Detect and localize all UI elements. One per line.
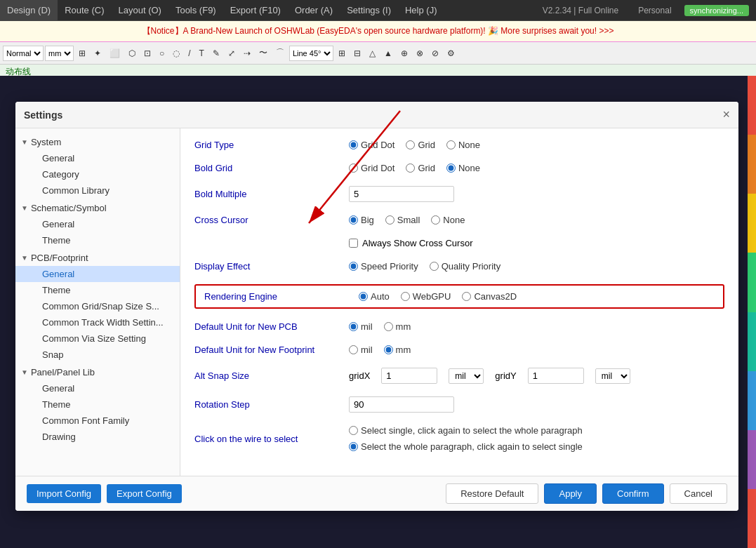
- rendering-webgpu-radio[interactable]: [401, 292, 410, 301]
- sidebar-item-pcb-snap[interactable]: Snap: [15, 347, 180, 363]
- cross-cursor-none-option[interactable]: None: [431, 215, 465, 225]
- toolbar-icon-12[interactable]: ⇢: [240, 47, 254, 60]
- grid-type-dot-radio[interactable]: [349, 140, 358, 149]
- toolbar-icon-22[interactable]: ⚙: [444, 47, 458, 60]
- rotation-step-input[interactable]: [349, 396, 454, 413]
- click-wire-whole-option[interactable]: Select the whole paragraph, click again …: [349, 441, 583, 452]
- tree-group-pcb-header[interactable]: ▼ PCB/Footprint: [15, 250, 180, 266]
- toolbar-icon-7[interactable]: ◌: [169, 47, 183, 60]
- default-unit-pcb-mil-option[interactable]: mil: [349, 321, 373, 332]
- toolbar-icon-9[interactable]: T: [196, 47, 208, 60]
- rendering-webgpu-option[interactable]: WebGPU: [401, 291, 451, 302]
- sidebar-item-panel-font[interactable]: Common Font Family: [15, 413, 180, 429]
- toolbar-icon-13[interactable]: 〜: [256, 46, 271, 60]
- display-effect-quality-option[interactable]: Quality Priority: [430, 261, 501, 272]
- bold-grid-grid-option[interactable]: Grid: [406, 163, 435, 173]
- gridx-unit-select[interactable]: mil mm: [449, 368, 484, 384]
- notice-bar[interactable]: 【Notice】A Brand-New Launch of OSHWLab (E…: [0, 21, 756, 42]
- grid-type-grid-option[interactable]: Grid: [406, 140, 435, 150]
- gridx-input[interactable]: [381, 368, 437, 384]
- toolbar-icon-3[interactable]: ⬜: [106, 47, 124, 60]
- click-wire-whole-radio[interactable]: [349, 442, 358, 451]
- rendering-auto-radio[interactable]: [359, 292, 368, 301]
- sidebar-item-pcb-common-track[interactable]: Common Track Width Settin...: [15, 314, 180, 330]
- sync-button[interactable]: synchronizing...: [684, 5, 749, 16]
- click-wire-single-radio[interactable]: [349, 426, 358, 435]
- bold-grid-none-option[interactable]: None: [446, 163, 480, 173]
- default-unit-fp-mil-radio[interactable]: [349, 345, 358, 354]
- menu-tools[interactable]: Tools (F9): [168, 0, 223, 20]
- menu-settings[interactable]: Settings (I): [340, 0, 398, 20]
- default-unit-pcb-mm-option[interactable]: mm: [384, 321, 411, 332]
- sidebar-item-schematic-general[interactable]: General: [15, 216, 180, 232]
- cancel-button[interactable]: Cancel: [670, 483, 727, 504]
- sidebar-item-pcb-general[interactable]: General: [15, 266, 180, 282]
- grid-type-none-radio[interactable]: [446, 140, 456, 149]
- sidebar-item-panel-general[interactable]: General: [15, 380, 180, 396]
- toolbar-icon-20[interactable]: ⊗: [413, 47, 427, 60]
- gridy-input[interactable]: [528, 368, 584, 384]
- import-config-button[interactable]: Import Config: [27, 484, 101, 503]
- menu-layout[interactable]: Layout (O): [111, 0, 168, 20]
- rendering-canvas2d-radio[interactable]: [462, 292, 471, 301]
- click-wire-single-option[interactable]: Select single, click again to select the…: [349, 425, 583, 436]
- menu-route[interactable]: Route (C): [58, 0, 111, 20]
- display-effect-speed-radio[interactable]: [349, 262, 358, 271]
- toolbar-icon-18[interactable]: ▲: [380, 47, 396, 60]
- cross-cursor-small-radio[interactable]: [385, 215, 394, 225]
- tree-group-schematic-header[interactable]: ▼ Schematic/Symbol: [15, 200, 180, 216]
- default-unit-fp-mm-radio[interactable]: [384, 345, 393, 354]
- sidebar-item-pcb-theme[interactable]: Theme: [15, 282, 180, 298]
- toolbar-icon-5[interactable]: ⊡: [140, 47, 154, 60]
- tree-group-panel-header[interactable]: ▼ Panel/Panel Lib: [15, 364, 180, 380]
- toolbar-icon-6[interactable]: ○: [156, 47, 168, 60]
- line-angle-select[interactable]: Line 45°: [289, 46, 333, 61]
- toolbar-icon-17[interactable]: △: [366, 47, 379, 60]
- tree-group-system-header[interactable]: ▼ System: [15, 134, 180, 150]
- sidebar-item-panel-theme[interactable]: Theme: [15, 396, 180, 413]
- rendering-canvas2d-option[interactable]: Canvas2D: [462, 291, 517, 302]
- rendering-auto-option[interactable]: Auto: [359, 291, 390, 302]
- toolbar-icon-16[interactable]: ⊟: [350, 47, 364, 60]
- sidebar-item-schematic-theme[interactable]: Theme: [15, 232, 180, 248]
- toolbar-icon-14[interactable]: ⌒: [272, 46, 288, 60]
- menu-help[interactable]: Help (J): [398, 0, 444, 20]
- sidebar-item-pcb-common-grid[interactable]: Common Grid/Snap Size S...: [15, 298, 180, 314]
- sidebar-item-panel-drawing[interactable]: Drawing: [15, 429, 180, 445]
- grid-type-none-option[interactable]: None: [446, 140, 480, 150]
- bold-grid-dot-radio[interactable]: [349, 163, 358, 173]
- restore-default-button[interactable]: Restore Default: [446, 483, 538, 504]
- toolbar-icon-15[interactable]: ⊞: [335, 47, 349, 60]
- display-effect-speed-option[interactable]: Speed Priority: [349, 261, 418, 272]
- account-info[interactable]: Personal: [631, 6, 678, 15]
- cross-cursor-big-radio[interactable]: [349, 215, 358, 225]
- default-unit-fp-mm-option[interactable]: mm: [384, 345, 411, 355]
- unit-select[interactable]: mm: [45, 46, 74, 61]
- toolbar-icon-1[interactable]: ⊞: [75, 47, 89, 60]
- toolbar-icon-4[interactable]: ⬡: [125, 47, 139, 60]
- cross-cursor-small-option[interactable]: Small: [385, 215, 420, 225]
- default-unit-fp-mil-option[interactable]: mil: [349, 345, 373, 355]
- sidebar-item-pcb-common-via[interactable]: Common Via Size Setting: [15, 330, 180, 347]
- sidebar-item-system-common-library[interactable]: Common Library: [15, 182, 180, 199]
- toolbar-icon-2[interactable]: ✦: [91, 47, 105, 60]
- sidebar-item-system-category[interactable]: Category: [15, 166, 180, 182]
- bold-grid-none-radio[interactable]: [446, 163, 456, 173]
- toolbar-icon-11[interactable]: ⤢: [225, 47, 239, 60]
- view-mode-select[interactable]: Normal: [3, 46, 44, 61]
- gridy-unit-select[interactable]: mil mm: [595, 368, 630, 384]
- menu-export[interactable]: Export (F10): [223, 0, 288, 20]
- bold-grid-grid-radio[interactable]: [406, 163, 415, 173]
- display-effect-quality-radio[interactable]: [430, 262, 439, 271]
- default-unit-pcb-mil-radio[interactable]: [349, 322, 358, 331]
- bold-multiple-input[interactable]: [349, 186, 454, 202]
- sidebar-item-system-general[interactable]: General: [15, 150, 180, 166]
- cross-cursor-big-option[interactable]: Big: [349, 215, 374, 225]
- menu-order[interactable]: Order (A): [288, 0, 340, 20]
- always-show-cross-cursor-checkbox[interactable]: [349, 239, 358, 248]
- menu-design[interactable]: Design (D): [0, 0, 58, 20]
- export-config-button[interactable]: Export Config: [107, 484, 182, 503]
- grid-type-grid-radio[interactable]: [406, 140, 415, 149]
- default-unit-pcb-mm-radio[interactable]: [384, 322, 393, 331]
- confirm-button[interactable]: Confirm: [602, 483, 664, 504]
